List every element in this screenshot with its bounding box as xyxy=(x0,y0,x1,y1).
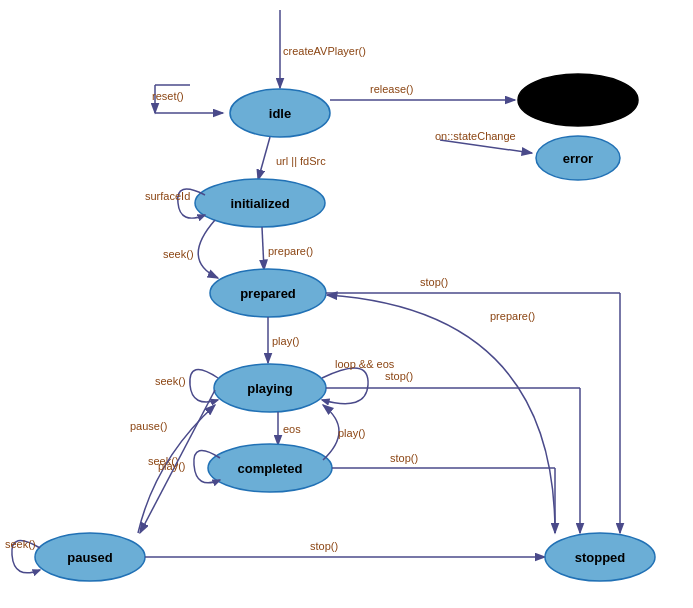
label-prepare-init: prepare() xyxy=(268,245,313,257)
label-statechange: on::stateChange xyxy=(435,130,516,142)
label-play-completed: play() xyxy=(338,427,366,439)
label-url: url || fdSrc xyxy=(276,155,326,167)
label-release: release() xyxy=(370,83,413,95)
arrow-play-completed xyxy=(323,405,339,460)
arrow-prepare-stopped xyxy=(327,295,555,533)
arrow-prepare-init xyxy=(262,227,264,270)
arrow-seek-init xyxy=(198,220,218,278)
label-stop-paused: stop() xyxy=(310,540,338,552)
label-idle: idle xyxy=(269,106,291,121)
label-released: released xyxy=(552,93,605,108)
label-stop-prepared: stop() xyxy=(420,276,448,288)
label-surfaceid: surfaceId xyxy=(145,190,190,202)
label-playing: playing xyxy=(247,381,293,396)
label-stop-playing: stop() xyxy=(385,370,413,382)
label-reset: reset() xyxy=(152,90,184,102)
label-pause: pause() xyxy=(130,420,167,432)
label-prepared: prepared xyxy=(240,286,296,301)
label-seek-playing: seek() xyxy=(155,375,186,387)
label-error: error xyxy=(563,151,593,166)
label-completed: completed xyxy=(237,461,302,476)
label-eos: eos xyxy=(283,423,301,435)
arrow-loop-eos xyxy=(322,368,368,404)
label-play-prep: play() xyxy=(272,335,300,347)
label-prepare-stopped: prepare() xyxy=(490,310,535,322)
label-seek-paused: seek() xyxy=(5,538,36,550)
label-seek-init: seek() xyxy=(163,248,194,260)
arrow-url xyxy=(258,137,270,180)
label-loop-eos: loop && eos xyxy=(335,358,395,370)
label-initialized: initialized xyxy=(230,196,289,211)
label-play-paused: play() xyxy=(158,460,186,472)
label-paused: paused xyxy=(67,550,113,565)
label-create: createAVPlayer() xyxy=(283,45,366,57)
label-stopped: stopped xyxy=(575,550,626,565)
label-stop-completed: stop() xyxy=(390,452,418,464)
